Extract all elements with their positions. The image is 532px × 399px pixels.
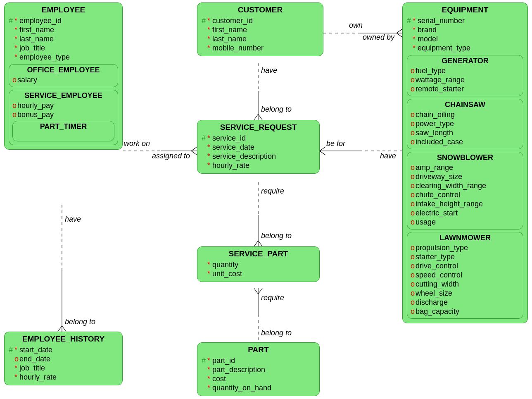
entity-snowblower: SNOWBLOWER oamp_range odriveway_size ocl… <box>407 152 523 229</box>
attr-row: *service_date <box>201 143 316 152</box>
attr-row: #*customer_id <box>201 16 320 25</box>
attr-row: *equipment_type <box>406 43 524 53</box>
rel-label-owned-by: owned by <box>363 33 394 42</box>
attr-row: #*service_id <box>201 134 316 143</box>
entity-title: GENERATOR <box>410 57 520 65</box>
entity-service-employee: SERVICE_EMPLOYEE ohourly_pay obonus_pay … <box>9 90 118 145</box>
svg-line-26 <box>254 288 258 294</box>
attr-row: opropulsion_type <box>410 243 520 252</box>
attr-row: *cost <box>201 374 316 383</box>
attr-row: oincluded_case <box>410 137 520 146</box>
attr-row: ochain_oiling <box>410 110 520 119</box>
svg-line-19 <box>62 326 66 332</box>
attr-row: #*part_id <box>201 356 316 365</box>
attr-row: *service_description <box>201 152 316 161</box>
attr-row: oelectric_start <box>410 208 520 217</box>
attr-row: *job_title <box>8 363 119 373</box>
entity-part-timer: PART_TIMER <box>12 121 114 141</box>
attr-row: *part_description <box>201 365 316 374</box>
rel-label-require-2: require <box>261 294 284 302</box>
attr-row: *first_name <box>201 25 320 34</box>
entity-office-employee: OFFICE_EMPLOYEE osalary <box>9 64 118 87</box>
entity-title: SNOWBLOWER <box>410 153 520 162</box>
attr-row: *last_name <box>201 34 320 43</box>
attr-row: odrive_control <box>410 261 520 270</box>
attr-row: *first_name <box>8 25 119 34</box>
entity-title: PART <box>201 345 316 354</box>
entity-title: PART_TIMER <box>15 122 112 131</box>
entity-title: SERVICE_REQUEST <box>201 123 316 132</box>
rel-label-belongto-2: belong to <box>65 318 95 326</box>
attr-row: ohourly_pay <box>12 101 115 110</box>
attr-row: #*employee_id <box>8 16 119 25</box>
attr-row: *last_name <box>8 34 119 43</box>
entity-generator: GENERATOR ofuel_type owattage_range orem… <box>407 55 523 96</box>
attr-row: oend_date <box>8 354 119 363</box>
entity-title: EQUIPMENT <box>406 5 524 14</box>
attr-row: ofuel_type <box>410 66 520 75</box>
rel-label-have-1: have <box>261 66 277 75</box>
attr-row: odischarge <box>410 298 520 307</box>
attr-row: *quantity_on_hand <box>201 383 316 392</box>
svg-line-11 <box>191 151 197 155</box>
entity-title: SERVICE_EMPLOYEE <box>12 91 115 100</box>
entity-employee-history: EMPLOYEE_HISTORY #*start_date oend_date … <box>4 332 123 385</box>
attr-row: *hourly_rate <box>8 373 119 382</box>
attr-row: obonus_pay <box>12 110 115 119</box>
entity-title: EMPLOYEE_HISTORY <box>8 334 119 344</box>
attr-row: ocutting_width <box>410 280 520 289</box>
svg-line-10 <box>191 147 197 151</box>
attr-row: osaw_length <box>410 128 520 137</box>
attr-row: ousage <box>410 217 520 227</box>
entity-title: EMPLOYEE <box>8 5 119 14</box>
attr-row: *hourly_rate <box>201 161 316 170</box>
attr-row: osalary <box>12 75 115 84</box>
rel-label-have-3: have <box>65 215 81 224</box>
attr-row: *job_title <box>8 43 119 53</box>
attr-row: *quantity <box>201 260 316 269</box>
attr-row: obag_capacity <box>410 307 520 316</box>
rel-label-belongto-1: belong to <box>261 105 292 114</box>
entity-title: CHAINSAW <box>410 100 520 109</box>
attr-row: *unit_cost <box>201 269 316 278</box>
entity-employee: EMPLOYEE #*employee_id *first_name *last… <box>4 2 123 150</box>
entity-customer: CUSTOMER #*customer_id *first_name *last… <box>197 2 323 56</box>
attr-row: ochute_control <box>410 190 520 199</box>
svg-line-2 <box>397 29 402 33</box>
attr-row: oremote_starter <box>410 84 520 93</box>
attr-row: #*serial_number <box>406 16 524 25</box>
attr-row: owattage_range <box>410 75 520 84</box>
rel-label-assignedto: assigned to <box>152 152 190 160</box>
entity-service-part: SERVICE_PART *quantity *unit_cost <box>197 246 320 282</box>
entity-chainsaw: CHAINSAW ochain_oiling opower_type osaw_… <box>407 99 523 149</box>
attr-row: *employee_type <box>8 53 119 62</box>
attr-row: oclearing_width_range <box>410 181 520 190</box>
svg-line-22 <box>254 241 258 246</box>
rel-label-workon: work on <box>124 139 150 148</box>
entity-service-request: SERVICE_REQUEST #*service_id *service_da… <box>197 120 320 174</box>
svg-line-18 <box>58 326 62 332</box>
svg-line-6 <box>254 114 258 120</box>
attr-row: ostarter_type <box>410 252 520 261</box>
attr-row: ospeed_control <box>410 270 520 280</box>
attr-row: owheel_size <box>410 289 520 298</box>
attr-row: opower_type <box>410 119 520 128</box>
entity-equipment: EQUIPMENT #*serial_number *brand *model … <box>402 2 528 323</box>
rel-label-require-1: require <box>261 187 284 196</box>
attr-row: *brand <box>406 25 524 34</box>
entity-title: CUSTOMER <box>201 5 320 14</box>
rel-label-have-2: have <box>380 152 396 160</box>
entity-title: OFFICE_EMPLOYEE <box>12 66 115 74</box>
attr-row: odriveway_size <box>410 172 520 181</box>
rel-label-own: own <box>349 21 363 30</box>
rel-label-belongto-3: belong to <box>261 232 292 240</box>
attr-row: #*start_date <box>8 345 119 354</box>
rel-label-befor: be for <box>326 139 345 148</box>
attr-row: *mobile_number <box>201 43 320 53</box>
svg-line-7 <box>258 114 262 120</box>
rel-label-belongto-4: belong to <box>261 329 292 337</box>
entity-title: LAWNMOWER <box>410 234 520 242</box>
attr-row: *model <box>406 34 524 43</box>
attr-row: ointake_height_range <box>410 199 520 208</box>
svg-line-14 <box>320 147 325 151</box>
